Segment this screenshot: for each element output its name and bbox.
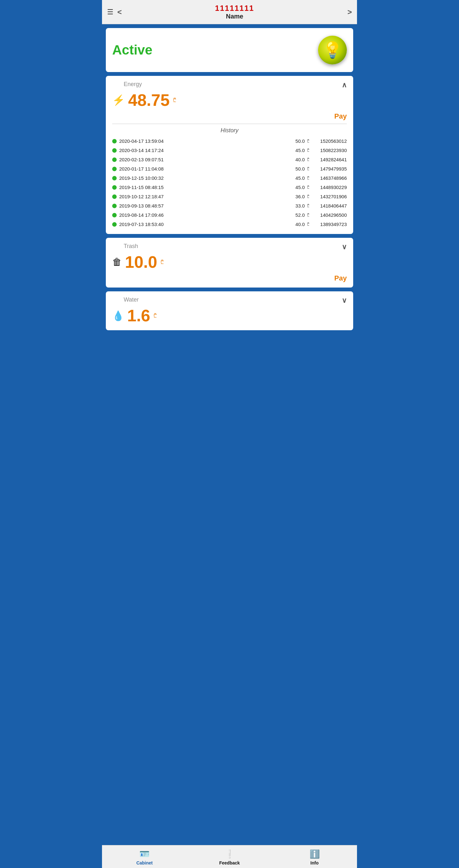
status-dot <box>112 213 117 217</box>
history-currency-icon: ₾ <box>307 139 312 144</box>
energy-currency-icon: ₾ <box>174 97 176 103</box>
nav-cabinet[interactable]: 🪪 Cabinet <box>102 848 187 867</box>
status-dot <box>112 176 117 180</box>
account-id: 11111111 <box>122 4 347 13</box>
water-value: 1.6 <box>127 306 150 325</box>
history-currency-icon: ₾ <box>307 148 312 153</box>
table-row: 2020-01-17 11:04:08 50.0 ₾ 1479479935 <box>112 164 347 174</box>
water-chevron[interactable]: ∨ <box>342 297 347 305</box>
history-amount: 36.0 <box>289 194 305 199</box>
history-amount: 50.0 <box>289 138 305 144</box>
header: ☰ < 11111111 Name > <box>102 0 357 24</box>
nav-feedback[interactable]: ❕ Feedback <box>187 848 272 867</box>
nav-info[interactable]: ℹ️ Info <box>272 848 357 867</box>
table-row: 2019-09-13 08:48:57 33.0 ₾ 1418406447 <box>112 201 347 210</box>
energy-pay-button[interactable]: Pay <box>112 112 347 121</box>
water-card: Water ∨ 💧 1.6 ₾ <box>106 291 353 330</box>
status-label: Active <box>112 42 152 58</box>
trash-value: 10.0 <box>125 252 157 272</box>
water-value-row: 💧 1.6 ₾ <box>112 306 347 325</box>
info-label: Info <box>310 860 319 865</box>
water-icon: 💧 <box>112 310 124 321</box>
trash-value-row: 🗑 10.0 ₾ <box>112 252 347 272</box>
history-amount: 45.0 <box>289 175 305 181</box>
history-transaction-id: 1508223930 <box>315 148 347 153</box>
table-row: 2020-02-13 09:07:51 40.0 ₾ 1492824641 <box>112 155 347 164</box>
history-amount: 33.0 <box>289 203 305 209</box>
water-title: Water <box>124 297 139 303</box>
history-date: 2019-07-13 18:53:40 <box>119 221 287 227</box>
trash-title: Trash <box>124 243 138 250</box>
table-row: 2019-10-12 12:18:47 36.0 ₾ 1432701906 <box>112 192 347 201</box>
cabinet-label: Cabinet <box>136 860 153 865</box>
history-currency-icon: ₾ <box>307 204 312 208</box>
energy-value: 48.75 <box>128 91 170 110</box>
header-center: 11111111 Name <box>122 4 347 20</box>
history-amount: 40.0 <box>289 157 305 162</box>
status-dot <box>112 194 117 199</box>
history-date: 2019-11-15 08:48:15 <box>119 185 287 190</box>
history-currency-icon: ₾ <box>307 194 312 199</box>
table-row: 2020-03-14 14:17:24 45.0 ₾ 1508223930 <box>112 146 347 155</box>
menu-icon[interactable]: ☰ <box>107 9 114 16</box>
bulb-icon <box>318 36 347 64</box>
status-dot <box>112 222 117 227</box>
table-row: 2019-08-14 17:09:46 52.0 ₾ 1404296500 <box>112 210 347 220</box>
history-transaction-id: 1448930229 <box>315 185 347 190</box>
bolt-icon: ⚡ <box>112 94 125 106</box>
history-amount: 52.0 <box>289 212 305 218</box>
nav-right-button[interactable]: > <box>347 8 352 17</box>
feedback-icon: ❕ <box>224 849 235 859</box>
history-list: 2020-04-17 13:59:04 50.0 ₾ 1520563012 20… <box>112 136 347 229</box>
energy-chevron[interactable]: ∧ <box>342 81 347 89</box>
history-currency-icon: ₾ <box>307 157 312 162</box>
history-transaction-id: 1404296500 <box>315 212 347 218</box>
header-left: ☰ < <box>107 8 122 17</box>
feedback-label: Feedback <box>219 860 240 865</box>
history-currency-icon: ₾ <box>307 222 312 227</box>
table-row: 2020-04-17 13:59:04 50.0 ₾ 1520563012 <box>112 136 347 146</box>
history-date: 2020-02-13 09:07:51 <box>119 157 287 162</box>
table-row: 2019-11-15 08:48:15 45.0 ₾ 1448930229 <box>112 183 347 192</box>
history-transaction-id: 1492824641 <box>315 157 347 162</box>
history-date: 2019-12-15 10:00:32 <box>119 175 287 181</box>
history-currency-icon: ₾ <box>307 213 312 217</box>
history-transaction-id: 1418406447 <box>315 203 347 209</box>
history-date: 2020-03-14 14:17:24 <box>119 148 287 153</box>
history-date: 2019-08-14 17:09:46 <box>119 212 287 218</box>
status-dot <box>112 204 117 208</box>
history-currency-icon: ₾ <box>307 166 312 171</box>
nav-left-button[interactable]: < <box>117 8 122 17</box>
trash-chevron[interactable]: ∨ <box>342 243 347 251</box>
trash-card: Trash ∨ 🗑 10.0 ₾ Pay <box>106 238 353 287</box>
history-date: 2020-01-17 11:04:08 <box>119 166 287 172</box>
status-dot <box>112 139 117 144</box>
history-title: History <box>112 127 347 134</box>
history-amount: 40.0 <box>289 221 305 227</box>
energy-value-row: ⚡ 48.75 ₾ <box>112 91 347 110</box>
history-amount: 50.0 <box>289 166 305 172</box>
status-dot <box>112 185 117 190</box>
table-row: 2019-12-15 10:00:32 45.0 ₾ 1463748966 <box>112 174 347 183</box>
history-transaction-id: 1520563012 <box>315 138 347 144</box>
account-name: Name <box>122 13 347 20</box>
info-icon: ℹ️ <box>309 849 320 859</box>
history-transaction-id: 1389349723 <box>315 221 347 227</box>
history-transaction-id: 1463748966 <box>315 175 347 181</box>
water-card-header: Water ∨ <box>112 297 347 305</box>
table-row: 2019-07-13 18:53:40 40.0 ₾ 1389349723 <box>112 220 347 229</box>
energy-card: Energy ∧ ⚡ 48.75 ₾ Pay History 2020-04-1… <box>106 76 353 234</box>
history-transaction-id: 1432701906 <box>315 194 347 199</box>
history-transaction-id: 1479479935 <box>315 166 347 172</box>
history-amount: 45.0 <box>289 185 305 190</box>
main-content: Active Energy ∧ ⚡ 48.75 ₾ Pay History 20… <box>102 24 357 845</box>
cabinet-icon: 🪪 <box>139 849 150 859</box>
trash-currency-icon: ₾ <box>161 259 164 266</box>
status-dot <box>112 157 117 162</box>
trash-pay-button[interactable]: Pay <box>112 274 347 282</box>
bottom-nav: 🪪 Cabinet ❕ Feedback ℹ️ Info <box>102 845 357 868</box>
history-currency-icon: ₾ <box>307 185 312 190</box>
history-date: 2019-10-12 12:18:47 <box>119 194 287 199</box>
trash-card-header: Trash ∨ <box>112 243 347 251</box>
energy-title: Energy <box>124 81 142 88</box>
